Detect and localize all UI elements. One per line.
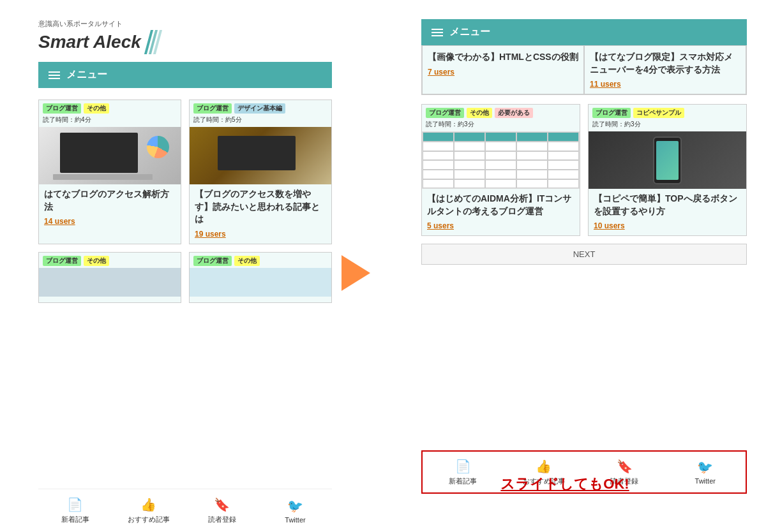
partial-card-1-tags: ブログ運営 その他 [39, 253, 181, 268]
arrow-right [342, 255, 370, 291]
left-card-2[interactable]: ブログ運営 デザイン基本編 読了時間：約5分 【ブログのアクセス数を増やす】読み… [189, 100, 332, 244]
nav-left-item-4[interactable]: 🐦 Twitter [259, 489, 332, 532]
hamburger-line-1 [49, 71, 60, 73]
tc29 [516, 179, 548, 189]
slash-decoration [147, 30, 159, 54]
nav-left-label-1: 新着記事 [61, 515, 89, 524]
partial-card-2-tag-1: ブログ運営 [193, 256, 232, 266]
right-mid-card-1-image [422, 131, 580, 189]
card-1-tag-1: ブログ運営 [43, 103, 81, 114]
arrow-shape [342, 255, 370, 291]
card-1-tags: ブログ運営 その他 [39, 100, 181, 115]
tc18 [485, 160, 516, 170]
right-mid-card-1-tag-1: ブログ運営 [426, 108, 464, 118]
site-header: 意識高い系ポータルサイト Smart Aleck [38, 19, 332, 54]
partial-card-2-tags: ブログ運営 その他 [190, 253, 331, 268]
card-1-read-time: 読了時間：約4分 [39, 115, 181, 127]
card-2-tag-1: ブログ運営 [193, 103, 232, 114]
right-hamburger-line-2 [432, 32, 443, 33]
right-mid-card-1-users: 5 users [422, 220, 580, 235]
tc9 [516, 142, 548, 151]
right-top-card-2[interactable]: 【はてなブログ限定】スマホ対応メニューバーを4分で表示する方法 11 users [584, 45, 746, 94]
nav-right-icon-1: 📄 [455, 459, 471, 474]
slide-ok-text: スライドしてもOK! [402, 475, 728, 494]
tc25 [548, 170, 579, 179]
partial-card-1-image [39, 268, 181, 297]
tc2 [454, 132, 485, 142]
nav-left-item-3[interactable]: 🔖 読者登録 [185, 489, 259, 532]
tc11 [423, 151, 454, 161]
card-2-users: 19 users [190, 228, 331, 244]
phone-body [653, 137, 682, 184]
tc12 [454, 151, 485, 161]
right-top-card-2-title: 【はてなブログ限定】スマホ対応メニューバーを4分で表示する方法 [590, 51, 740, 76]
tc17 [454, 160, 485, 170]
card-1-users: 14 users [39, 216, 181, 231]
hamburger-icon [49, 71, 60, 79]
right-mid-cards: ブログ運営 その他 必要がある 読了時間：約3分 [421, 104, 747, 236]
tc4 [516, 132, 548, 142]
right-top-card-1[interactable]: 【画像でわかる】HTMLとCSSの役割 7 users [422, 45, 584, 94]
right-mid-card-2-tag-2: コピペサンプル [633, 108, 684, 118]
tc26 [423, 179, 454, 189]
right-mid-card-1[interactable]: ブログ運営 その他 必要がある 読了時間：約3分 [421, 104, 580, 236]
right-mid-card-1-title: 【はじめてのAIDMA分析】ITコンサルタントの考えるブログ運営 [422, 189, 580, 220]
card-1-title: はてなブログのアクセス解析方法 [39, 184, 181, 216]
nav-left-item-2[interactable]: 👍 おすすめ記事 [112, 489, 185, 532]
tc8 [485, 142, 516, 151]
bottom-nav-left: 📄 新着記事 👍 おすすめ記事 🔖 読者登録 🐦 Twitter [38, 489, 332, 532]
partial-card-2[interactable]: ブログ運営 その他 [189, 252, 332, 303]
bottom-nav-right-container: 📄 新着記事 👍 おすすめ記事 🔖 読者登録 🐦 Twitter スライドしても… [421, 450, 747, 494]
right-menu-bar[interactable]: メニュー [421, 19, 747, 45]
phone-screen [656, 141, 679, 180]
card-1-tag-2: その他 [84, 103, 109, 114]
right-mid-card-1-tag-extra: 必要がある [495, 108, 533, 118]
nav-left-label-4: Twitter [285, 516, 305, 524]
partial-card-1[interactable]: ブログ運営 その他 [38, 252, 181, 303]
right-top-card-1-users: 7 users [428, 68, 578, 77]
tc28 [485, 179, 516, 189]
right-mid-card-1-tags: ブログ運営 その他 必要がある [422, 105, 580, 120]
right-mid-card-2-title: 【コピペで簡単】TOPへ戻るボタンを設置するやり方 [589, 189, 746, 220]
tc5 [548, 132, 579, 142]
tc14 [516, 151, 548, 161]
nav-left-icon-4: 🐦 [287, 498, 303, 514]
card-2-tags: ブログ運営 デザイン基本編 [190, 100, 331, 115]
card-2-tag-2: デザイン基本編 [234, 103, 285, 114]
tc21 [423, 170, 454, 179]
tc27 [454, 179, 485, 189]
right-hamburger-icon [432, 29, 443, 36]
tc15 [548, 151, 579, 161]
next-button[interactable]: NEXT [421, 244, 747, 265]
left-menu-label: メニュー [66, 68, 107, 82]
tc23 [485, 170, 516, 179]
nav-right-icon-3: 🔖 [617, 459, 633, 474]
right-mid-card-2-read-time: 読了時間：約3分 [589, 120, 746, 131]
card-2-read-time: 読了時間：約5分 [190, 115, 331, 127]
right-mid-card-2-tags: ブログ運営 コピペサンプル [589, 105, 746, 120]
nav-left-label-2: おすすめ記事 [128, 515, 170, 524]
partial-cards-grid: ブログ運営 その他 ブログ運営 その他 [38, 252, 332, 303]
right-top-cards: 【画像でわかる】HTMLとCSSの役割 7 users 【はてなブログ限定】スマ… [421, 45, 747, 95]
nav-right-icon-4: 🐦 [697, 459, 713, 475]
right-mid-card-2-users: 10 users [589, 220, 746, 235]
right-hamburger-line-3 [432, 35, 443, 36]
right-mid-card-2-image [589, 131, 746, 189]
card-2-title: 【ブログのアクセス数を増やす】読みたいと思われる記事とは [190, 184, 331, 228]
left-card-1[interactable]: ブログ運営 その他 読了時間：約4分 はてなブログのアクセス解析方法 14 us… [38, 100, 181, 244]
nav-left-label-3: 読者登録 [208, 515, 236, 524]
tc3 [485, 132, 516, 142]
tc19 [516, 160, 548, 170]
partial-card-1-tag-2: その他 [84, 256, 109, 266]
left-menu-bar[interactable]: メニュー [38, 62, 332, 88]
right-mid-card-2[interactable]: ブログ運営 コピペサンプル 読了時間：約3分 【コピペで簡単】TOPへ戻るボタン… [588, 104, 747, 236]
nav-left-icon-3: 🔖 [214, 497, 230, 512]
tc6 [423, 142, 454, 151]
nav-left-icon-1: 📄 [67, 497, 83, 512]
tc13 [485, 151, 516, 161]
right-menu-label: メニュー [449, 26, 490, 39]
right-top-card-1-title: 【画像でわかる】HTMLとCSSの役割 [428, 51, 578, 64]
right-top-card-2-users: 11 users [590, 80, 740, 89]
nav-left-item-1[interactable]: 📄 新着記事 [38, 489, 112, 532]
site-title: Smart Aleck [38, 32, 141, 52]
